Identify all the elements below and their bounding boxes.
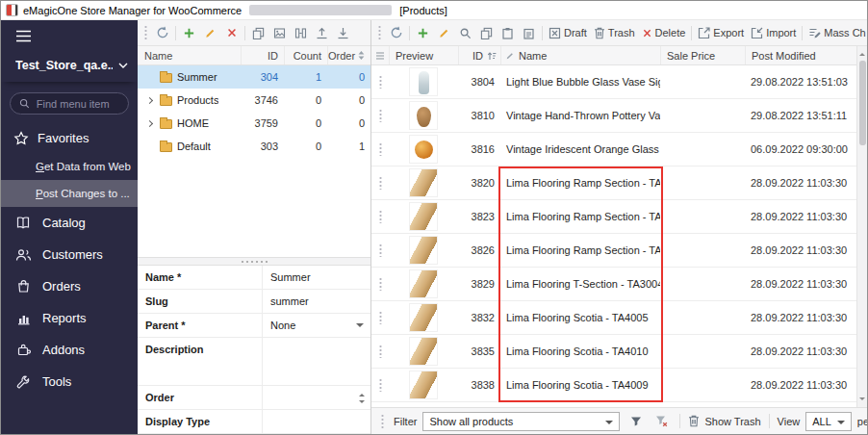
row-drag-handle[interactable] — [378, 378, 383, 392]
copy-category-button[interactable] — [248, 22, 268, 43]
spinner-arrows[interactable] — [359, 391, 365, 406]
product-row[interactable]: 3826 Lima Flooring Ramp Section - TA20 2… — [371, 234, 867, 268]
order-stepper[interactable] — [263, 386, 370, 409]
row-drag-handle[interactable] — [378, 210, 383, 223]
toolbar-drag-handle[interactable] — [377, 25, 382, 40]
horizontal-splitter[interactable] — [138, 257, 370, 266]
category-image-button[interactable] — [269, 22, 290, 43]
mass-change-button[interactable]: Mass Ch — [805, 22, 867, 43]
product-row[interactable]: 3820 Lima Flooring Ramp Section - TA20 2… — [371, 166, 867, 200]
draft-button[interactable]: Draft — [546, 22, 590, 43]
add-product-button[interactable] — [413, 22, 433, 43]
product-row[interactable]: 3832 Lima Flooring Scotia - TA4005 28.09… — [371, 301, 867, 335]
product-post-modified: 29.08.2022 13:51:03 — [745, 65, 867, 98]
sidebar-item-tools[interactable]: Tools — [1, 366, 138, 397]
description-field[interactable] — [263, 338, 370, 385]
toolbar-separator — [175, 26, 176, 40]
view-select[interactable]: ALL — [805, 412, 852, 431]
product-row[interactable]: 3835 Lima Flooring Scotia - TA4010 28.09… — [371, 335, 867, 369]
export-button[interactable]: Export — [695, 22, 747, 43]
column-header-sale-price[interactable]: Sale Price — [660, 46, 745, 64]
edit-product-button[interactable] — [434, 22, 454, 43]
row-drag-handle[interactable] — [378, 345, 383, 358]
sidebar-item-favorites[interactable]: Favorites — [1, 119, 138, 153]
product-id: 3820 — [458, 166, 500, 199]
category-row-summer[interactable]: Summer 304 1 0 — [138, 65, 370, 89]
delete-category-button[interactable] — [221, 22, 242, 43]
scrollbar-thumb[interactable] — [859, 61, 866, 145]
column-header-order[interactable]: Order — [327, 46, 370, 64]
column-header-post-modified[interactable]: Post Modified — [745, 46, 867, 64]
sidebar-item-get-data-from-web[interactable]: Get Data from Web — [1, 153, 138, 180]
row-drag-handle[interactable] — [378, 243, 383, 257]
product-id: 3829 — [458, 268, 500, 300]
toggle-panels-button[interactable] — [291, 22, 311, 43]
sidebar-item-post-changes[interactable]: Post Changes to ... — [1, 180, 138, 207]
row-drag-handle[interactable] — [378, 142, 383, 156]
menu-search-input[interactable] — [37, 98, 119, 110]
column-header-id[interactable]: ID — [241, 46, 284, 64]
column-header-name[interactable]: Name — [500, 46, 660, 64]
column-header-id[interactable]: ID — [458, 46, 500, 64]
duplicate-product-button[interactable] — [498, 22, 518, 43]
vertical-scrollbar[interactable] — [856, 46, 867, 407]
expand-icon[interactable] — [144, 120, 155, 126]
row-drag-handle[interactable] — [378, 109, 383, 122]
product-row[interactable]: 3829 Lima Flooring T-Section - TA3004 28… — [371, 268, 867, 301]
product-row[interactable]: 3816 Vintage Iridescent Orange Glass Car… — [371, 133, 867, 166]
refresh-products-button[interactable] — [386, 22, 406, 43]
show-trash-button[interactable]: Show Trash — [688, 415, 760, 427]
import-button[interactable]: Import — [748, 22, 799, 43]
filter-select[interactable]: Show all products — [422, 412, 620, 431]
import-categories-button[interactable] — [333, 22, 353, 43]
paste-icon — [501, 27, 514, 39]
row-drag-handle[interactable] — [378, 176, 383, 190]
store-selector[interactable]: Test_Store_qa.e... — [1, 50, 138, 82]
form-row-name: Name * Summer — [138, 266, 370, 290]
name-field[interactable]: Summer — [263, 266, 370, 289]
trash-button[interactable]: Trash — [591, 22, 638, 43]
menu-search[interactable] — [10, 92, 129, 115]
category-row-default[interactable]: Default 303 0 1 — [138, 135, 370, 158]
row-drag-handle[interactable] — [378, 311, 383, 324]
sidebar-item-customers[interactable]: Customers — [1, 239, 138, 270]
row-drag-handle[interactable] — [378, 277, 383, 291]
copy-product-button[interactable] — [476, 22, 497, 43]
apply-filter-button[interactable] — [625, 411, 646, 432]
category-row-products[interactable]: Products 3746 0 0 — [138, 89, 370, 112]
category-row-home[interactable]: HOME 3759 0 0 — [138, 112, 370, 135]
clipboard-button[interactable] — [519, 22, 539, 43]
product-row[interactable]: 3838 Lima Flooring Scotia - TA4009 28.09… — [371, 369, 867, 402]
toolbar-drag-handle[interactable] — [380, 414, 385, 429]
export-categories-button[interactable] — [312, 22, 332, 43]
edit-category-button[interactable] — [200, 22, 220, 43]
product-row[interactable]: 3810 Vintage Hand-Thrown Pottery Vase | … — [371, 99, 867, 133]
slug-field[interactable]: summer — [263, 290, 370, 313]
sidebar-item-reports[interactable]: Reports — [1, 302, 138, 334]
clear-filter-button[interactable] — [651, 411, 672, 432]
chevron-down-icon — [118, 63, 128, 68]
row-drag-handle[interactable] — [378, 75, 383, 89]
parent-select[interactable]: None — [263, 314, 370, 337]
column-chooser-button[interactable] — [371, 46, 389, 64]
scroll-down-icon[interactable] — [859, 397, 865, 403]
scroll-up-icon[interactable] — [859, 50, 865, 56]
description-field-label: Description — [138, 338, 263, 385]
product-row[interactable]: 3804 Light Blue Bubble Glass Vase Signed… — [371, 65, 867, 99]
add-category-button[interactable] — [179, 22, 199, 43]
display-type-field[interactable] — [263, 410, 370, 433]
refresh-categories-button[interactable] — [152, 22, 172, 43]
sidebar-item-addons[interactable]: Addons — [1, 334, 138, 366]
column-header-count[interactable]: Count — [284, 46, 327, 64]
toolbar-drag-handle[interactable] — [143, 25, 148, 40]
search-products-button[interactable] — [455, 22, 475, 43]
column-header-name[interactable]: Name — [138, 50, 241, 62]
catalog-label: Catalog — [42, 216, 86, 230]
delete-product-button[interactable]: Delete — [639, 22, 689, 43]
sidebar-item-orders[interactable]: Orders — [1, 270, 138, 302]
expand-icon[interactable] — [144, 97, 155, 103]
menu-toggle-button[interactable] — [1, 20, 138, 50]
sidebar-item-catalog[interactable]: Catalog — [1, 207, 138, 239]
column-header-preview[interactable]: Preview — [389, 46, 458, 64]
product-row[interactable]: 3823 Lima Flooring Ramp Section - TA20 2… — [371, 200, 867, 234]
